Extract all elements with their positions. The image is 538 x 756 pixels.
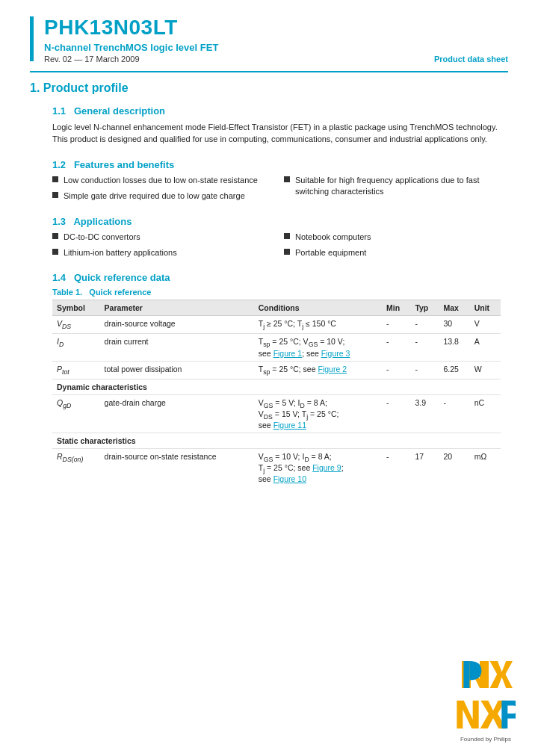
feature-item: Low conduction losses due to low on-stat… (52, 175, 269, 186)
table-cell-min: - (382, 361, 410, 379)
table-cell-typ: 3.9 (410, 394, 439, 433)
figure10-link[interactable]: Figure 10 (273, 474, 306, 483)
col-min: Min (382, 300, 410, 316)
nxp-brand-logo (456, 694, 516, 735)
general-description-text: Logic level N-channel enhancement mode F… (52, 121, 501, 146)
table-cell-typ: - (410, 361, 439, 379)
app-item: Portable equipment (284, 247, 501, 258)
svg-rect-2 (463, 661, 469, 688)
subsection-1-2-label: Features and benefits (74, 159, 174, 170)
feature-text: Simple gate drive required due to low ga… (64, 190, 245, 202)
table-cell-unit: V (470, 316, 501, 334)
table-cell-symbol: RDS(on) (52, 448, 100, 486)
figure9-link[interactable]: Figure 9 (312, 463, 341, 472)
subsection-1-3-title: 1.3 Applications (52, 216, 501, 227)
table-cell-max: 13.8 (439, 334, 469, 361)
table-row: VDS drain-source voltage Tj ≥ 25 °C; Tj … (52, 316, 501, 334)
table-cell-min: - (382, 316, 410, 334)
bullet-icon (284, 249, 290, 255)
app-text: DC-to-DC convertors (64, 232, 140, 243)
app-text: Lithium-ion battery applications (64, 247, 177, 258)
nxp-logo-svg (459, 655, 513, 694)
col-parameter: Parameter (100, 300, 254, 316)
app-item: DC-to-DC convertors (52, 232, 269, 243)
subsection-1-3-num: 1.3 (52, 216, 66, 227)
subsection-1-3: 1.3 Applications DC-to-DC convertors Lit… (0, 210, 538, 267)
col-conditions: Conditions (254, 300, 382, 316)
table-cell-conditions: Tsp = 25 °C; see Figure 2 (254, 361, 382, 379)
app-text: Portable equipment (295, 247, 366, 258)
apps-grid: DC-to-DC convertors Lithium-ion battery … (52, 232, 501, 264)
bullet-icon (52, 192, 58, 198)
bullet-icon (52, 249, 58, 255)
table-cell-conditions: Tj ≥ 25 °C; Tj ≤ 150 °C (254, 316, 382, 334)
group-header-label: Static characteristics (52, 433, 501, 448)
subsection-1-1-title: 1.1 General description (52, 105, 501, 117)
subsection-1-4-title: 1.4 Quick reference data (52, 272, 501, 283)
section1-number: 1. (30, 81, 40, 94)
table-cell-unit: W (470, 361, 501, 379)
svg-marker-1 (490, 661, 513, 688)
section1-title: 1. Product profile (0, 72, 538, 99)
bullet-icon (52, 233, 58, 239)
header-meta: Rev. 02 — 17 March 2009 Product data she… (44, 55, 508, 63)
table-header-row: Symbol Parameter Conditions Min Typ Max … (52, 300, 501, 316)
table-cell-max: - (439, 394, 469, 433)
founded-text: Founded by Philips (460, 736, 511, 743)
figure3-link[interactable]: Figure 3 (321, 349, 350, 358)
features-col-right: Suitable for high frequency applications… (284, 175, 501, 207)
table-cell-parameter: total power dissipation (100, 361, 254, 379)
features-col-left: Low conduction losses due to low on-stat… (52, 175, 269, 207)
table-cell-unit: A (470, 334, 501, 361)
table-row: Ptot total power dissipation Tsp = 25 °C… (52, 361, 501, 379)
table-cell-max: 6.25 (439, 361, 469, 379)
table-caption: Table 1. Quick reference (52, 288, 501, 297)
table-cell-parameter: drain-source on-state resistance (100, 448, 254, 486)
subsection-1-1: 1.1 General description Logic level N-ch… (0, 99, 538, 153)
table-cell-conditions: Tsp = 25 °C; VGS = 10 V; see Figure 1; s… (254, 334, 382, 361)
feature-item: Simple gate drive required due to low ga… (52, 190, 269, 202)
table-cell-max: 20 (439, 448, 469, 486)
table-caption-number: Table 1. (52, 288, 82, 297)
table-cell-unit: nC (470, 394, 501, 433)
table-cell-symbol: QgD (52, 394, 100, 433)
table-group-header-dynamic: Dynamic characteristics (52, 379, 501, 394)
table-caption-title: Quick reference (89, 288, 151, 297)
subsection-1-2: 1.2 Features and benefits Low conduction… (0, 153, 538, 210)
table-row: RDS(on) drain-source on-state resistance… (52, 448, 501, 486)
app-item: Notebook computers (284, 232, 501, 243)
subsection-1-4-label: Quick reference data (74, 272, 170, 283)
figure11-link[interactable]: Figure 11 (273, 421, 306, 430)
table-cell-min: - (382, 448, 410, 486)
table-cell-unit: mΩ (470, 448, 501, 486)
feature-text: Low conduction losses due to low on-stat… (64, 175, 258, 186)
subsection-1-3-label: Applications (73, 216, 132, 227)
table-cell-symbol: ID (52, 334, 100, 361)
table-cell-typ: - (410, 334, 439, 361)
subsection-1-2-num: 1.2 (52, 159, 66, 170)
table-cell-min: - (382, 334, 410, 361)
subsection-1-2-title: 1.2 Features and benefits (52, 159, 501, 170)
table-cell-parameter: gate-drain charge (100, 394, 254, 433)
section1-label: Product profile (43, 81, 129, 94)
table-cell-parameter: drain-source voltage (100, 316, 254, 334)
figure2-link[interactable]: Figure 2 (318, 365, 347, 374)
subsection-1-1-num: 1.1 (52, 105, 66, 117)
feature-text: Suitable for high frequency applications… (295, 175, 501, 198)
apps-col-right: Notebook computers Portable equipment (284, 232, 501, 264)
table-row: ID drain current Tsp = 25 °C; VGS = 10 V… (52, 334, 501, 361)
group-header-label: Dynamic characteristics (52, 379, 501, 394)
table-row: QgD gate-drain charge VGS = 5 V; ID = 8 … (52, 394, 501, 433)
table-cell-typ: - (410, 316, 439, 334)
figure1-link[interactable]: Figure 1 (273, 349, 303, 358)
subsection-1-1-label: General description (74, 105, 165, 117)
feature-item: Suitable for high frequency applications… (284, 175, 501, 198)
nxp-logo-area: Founded by Philips (456, 655, 516, 743)
table-cell-symbol: VDS (52, 316, 100, 334)
table-cell-symbol: Ptot (52, 361, 100, 379)
bullet-icon (284, 176, 290, 182)
table-cell-conditions: VGS = 10 V; ID = 8 A; Tj = 25 °C; see Fi… (254, 448, 382, 486)
header-text-block: PHK13N03LT N-channel TrenchMOS logic lev… (44, 16, 508, 63)
table-cell-conditions: VGS = 5 V; ID = 8 A; VDS = 15 V; Tj = 25… (254, 394, 382, 433)
header: PHK13N03LT N-channel TrenchMOS logic lev… (0, 0, 538, 71)
